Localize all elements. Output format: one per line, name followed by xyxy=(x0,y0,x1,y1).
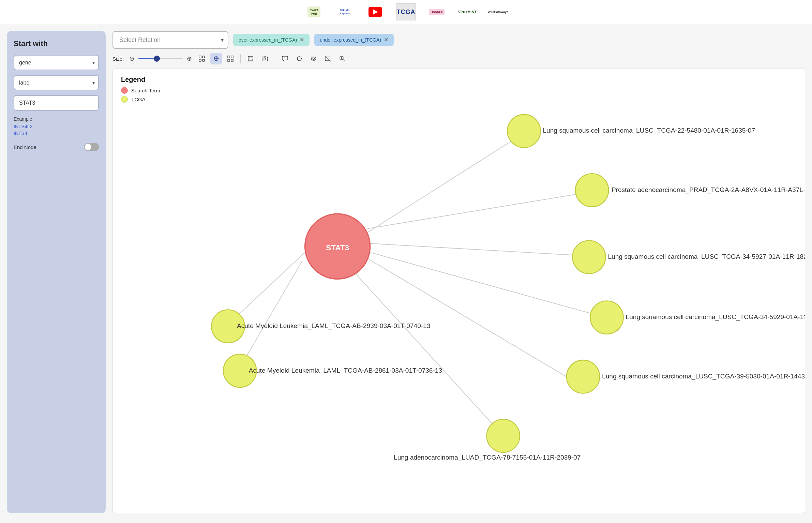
wikipathways-logo[interactable]: WikiPathways xyxy=(488,3,508,20)
svg-point-21 xyxy=(311,57,316,60)
end-node-toggle[interactable] xyxy=(84,143,99,151)
node-n1-label: Lung squamous cell carcinoma_LUSC_TCGA-2… xyxy=(543,127,755,134)
svg-rect-9 xyxy=(228,59,230,61)
end-node-label: End Node xyxy=(14,144,36,150)
tag-over-expressed-close[interactable]: ✕ xyxy=(300,37,304,43)
node-n3-label: Lung squamous cell carcinoma_LUSC_TCGA-3… xyxy=(608,253,805,260)
node-n6-label: Lung adenocarcinoma_LUAD_TCGA-78-7155-01… xyxy=(394,454,581,461)
sync-btn[interactable] xyxy=(294,53,305,64)
node-n3[interactable] xyxy=(572,240,605,273)
svg-rect-0 xyxy=(199,56,201,58)
node-n7-label: Acute Myeloid Leukemia_LAML_TCGA-AB-2939… xyxy=(237,322,430,330)
svg-rect-14 xyxy=(262,57,268,61)
relation-select-wrapper: Select Relation over-expressed_in_(TCGA)… xyxy=(112,31,228,49)
toolbar: Size: ⊖ ⊕ xyxy=(112,53,805,64)
size-increase-btn[interactable]: ⊕ xyxy=(185,54,193,63)
node-n5-label: Lung squamous cell carcinoma_LUSC_TCGA-3… xyxy=(602,373,805,380)
graph-area[interactable]: Legend Search Term TCGA xyxy=(112,69,805,513)
nodes[interactable]: Lung squamous cell carcinoma_LUSC_TCGA-2… xyxy=(211,115,805,461)
svg-point-15 xyxy=(264,58,266,60)
tag-over-expressed: over-expressed_in_(TCGA) ✕ xyxy=(233,34,310,46)
example-section: Example INTS4L2 INTS4 xyxy=(14,116,99,136)
cursor-tool-btn[interactable] xyxy=(210,53,222,64)
svg-rect-13 xyxy=(249,59,252,61)
tissues-logo[interactable]: TISSUES xyxy=(426,3,447,20)
camera-btn[interactable] xyxy=(259,53,271,64)
search-input[interactable] xyxy=(14,95,99,111)
eye-btn[interactable] xyxy=(308,53,319,64)
svg-line-35 xyxy=(229,252,305,323)
top-controls: Select Relation over-expressed_in_(TCGA)… xyxy=(112,31,805,49)
content-area: Select Relation over-expressed_in_(TCGA)… xyxy=(112,31,805,513)
sidebar-title: Start with xyxy=(14,39,99,48)
node-n4[interactable] xyxy=(590,301,623,334)
node-n1[interactable] xyxy=(507,115,540,148)
node-n4-label: Lung squamous cell carcinoma_LUSC_TCGA-3… xyxy=(626,313,805,321)
entity-type-select[interactable]: gene protein disease drug xyxy=(14,55,99,70)
tag-under-expressed-label: under-expressed_in_(TCGA) xyxy=(320,37,381,43)
save-btn[interactable] xyxy=(245,53,256,64)
divider-1 xyxy=(240,54,241,63)
node-n8-label: Acute Myeloid Leukemia_LAML_TCGA-AB-2861… xyxy=(249,367,442,374)
node-n2-label: Prostate adenocarcinoma_PRAD_TCGA-2A-A8V… xyxy=(612,186,805,194)
svg-rect-7 xyxy=(228,56,230,58)
main-layout: Start with gene protein disease drug lab… xyxy=(0,24,812,520)
svg-line-34 xyxy=(352,270,503,436)
graph-svg: Lung squamous cell carcinoma_LUSC_TCGA-2… xyxy=(113,69,805,513)
tag-over-expressed-label: over-expressed_in_(TCGA) xyxy=(239,37,297,43)
example-ints4[interactable]: INTS4 xyxy=(14,131,99,136)
sidebar: Start with gene protein disease drug lab… xyxy=(7,31,106,513)
svg-line-30 xyxy=(367,193,583,229)
fit-screen-btn[interactable] xyxy=(196,53,208,64)
svg-rect-1 xyxy=(202,56,205,58)
size-decrease-btn[interactable]: ⊖ xyxy=(128,54,136,63)
node-n5[interactable] xyxy=(567,360,600,393)
property-select[interactable]: label name id xyxy=(14,75,99,90)
end-node-row: End Node xyxy=(14,143,99,151)
virusmint-logo[interactable]: VirusMINT xyxy=(457,3,478,20)
comment-btn[interactable] xyxy=(279,53,291,64)
cagt-logo[interactable]: CAGTPRE xyxy=(304,3,324,20)
youtube-logo[interactable] xyxy=(365,3,386,20)
size-label: Size: xyxy=(112,56,124,62)
svg-point-22 xyxy=(313,58,315,60)
svg-rect-17 xyxy=(282,56,288,60)
tcga-logo[interactable]: TCGA xyxy=(396,3,416,20)
example-label: Example xyxy=(14,116,99,122)
edges xyxy=(229,139,595,436)
node-stat3-label: STAT3 xyxy=(326,243,349,252)
svg-rect-8 xyxy=(231,56,233,58)
relation-select[interactable]: Select Relation over-expressed_in_(TCGA)… xyxy=(112,31,228,49)
svg-line-32 xyxy=(370,252,595,314)
tokuda-logo[interactable]: TokudaSaplero xyxy=(334,3,355,20)
zoom-search-btn[interactable] xyxy=(336,53,348,64)
node-n2[interactable] xyxy=(575,174,608,207)
svg-rect-3 xyxy=(202,59,205,61)
grid-btn[interactable] xyxy=(225,53,236,64)
svg-line-33 xyxy=(367,258,571,380)
property-wrapper: label name id xyxy=(14,75,99,90)
svg-rect-2 xyxy=(199,59,201,61)
svg-line-31 xyxy=(370,243,577,255)
entity-type-wrapper: gene protein disease drug xyxy=(14,55,99,70)
example-ints4l2[interactable]: INTS4L2 xyxy=(14,124,99,129)
no-image-btn[interactable] xyxy=(322,53,334,64)
tag-under-expressed-close[interactable]: ✕ xyxy=(384,37,388,43)
svg-line-36 xyxy=(239,261,302,370)
top-navigation: CAGTPRE TokudaSaplero TCGA TISSUES Virus… xyxy=(0,0,812,24)
size-slider[interactable] xyxy=(138,58,183,59)
divider-2 xyxy=(275,54,275,63)
svg-rect-10 xyxy=(231,59,233,61)
node-n6[interactable] xyxy=(487,419,520,452)
svg-line-26 xyxy=(343,59,345,61)
svg-line-29 xyxy=(364,139,515,235)
tag-under-expressed: under-expressed_in_(TCGA) ✕ xyxy=(314,34,394,46)
